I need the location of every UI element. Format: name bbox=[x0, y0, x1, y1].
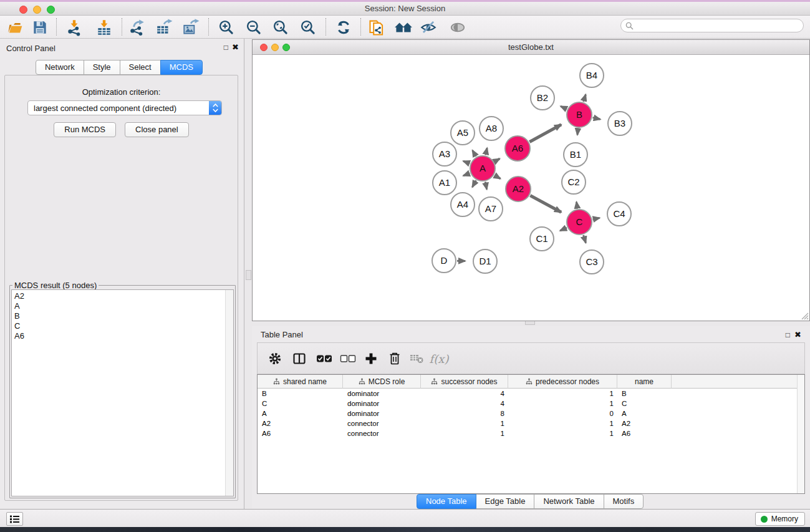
export-image-icon[interactable] bbox=[181, 17, 201, 37]
table-row[interactable]: A2connector11A2 bbox=[258, 418, 804, 428]
node-B[interactable]: B bbox=[567, 102, 592, 127]
function-builder-icon[interactable]: f(x) bbox=[430, 349, 448, 368]
node-B2[interactable]: B2 bbox=[531, 86, 554, 110]
node-A4[interactable]: A4 bbox=[451, 193, 475, 216]
export-network-icon[interactable] bbox=[127, 17, 147, 37]
node-C3[interactable]: C3 bbox=[580, 250, 604, 274]
close-panel-icon[interactable]: ✖ bbox=[232, 42, 239, 52]
node-C1[interactable]: C1 bbox=[530, 227, 554, 251]
clone-network-icon[interactable] bbox=[367, 17, 387, 37]
table-row[interactable]: A6connector11A6 bbox=[258, 428, 804, 438]
edge-A-A6[interactable] bbox=[494, 158, 499, 162]
hide-graphics-details-icon[interactable] bbox=[418, 17, 438, 37]
node-A2[interactable]: A2 bbox=[506, 177, 531, 201]
open-session-icon[interactable] bbox=[5, 17, 25, 37]
search-input[interactable] bbox=[620, 19, 804, 32]
node-C4[interactable]: C4 bbox=[607, 202, 631, 226]
node-A[interactable]: A bbox=[470, 156, 495, 181]
tab-select[interactable]: Select bbox=[120, 60, 161, 75]
import-network-icon[interactable] bbox=[64, 17, 84, 37]
float-panel-icon[interactable]: □ bbox=[224, 43, 228, 52]
table-float-panel-icon[interactable]: □ bbox=[786, 331, 790, 339]
deselect-all-checkboxes-icon[interactable] bbox=[339, 349, 357, 368]
edge-A-A3[interactable] bbox=[463, 161, 470, 163]
mcds-result-list[interactable]: A2ABCA6 bbox=[11, 289, 234, 496]
select-all-checkboxes-icon[interactable] bbox=[315, 349, 334, 368]
edge-C-C2[interactable] bbox=[576, 202, 577, 209]
tab-node-table[interactable]: Node Table bbox=[417, 494, 476, 509]
mcds-result-item[interactable]: C bbox=[12, 321, 233, 331]
tab-style[interactable]: Style bbox=[84, 60, 120, 75]
column-header-predecessor-nodes[interactable]: predecessor nodes bbox=[508, 375, 617, 389]
mcds-result-item[interactable]: A bbox=[12, 301, 233, 311]
save-session-icon[interactable] bbox=[30, 17, 50, 37]
close-panel-button[interactable]: Close panel bbox=[125, 122, 189, 137]
settings-gear-icon[interactable] bbox=[266, 349, 284, 368]
edge-B-B1[interactable] bbox=[577, 128, 578, 135]
zoom-fit-icon[interactable] bbox=[271, 17, 291, 37]
table-row[interactable]: Cdominator41C bbox=[258, 399, 804, 409]
node-A8[interactable]: A8 bbox=[480, 117, 503, 140]
table-row[interactable]: Adominator80A bbox=[258, 409, 804, 418]
tab-network[interactable]: Network bbox=[36, 60, 84, 75]
column-header-name[interactable]: name bbox=[617, 375, 672, 389]
tab-mcds[interactable]: MCDS bbox=[160, 60, 203, 75]
window-resize-grip[interactable] bbox=[800, 311, 809, 320]
column-header-shared-name[interactable]: shared name bbox=[258, 375, 343, 389]
mcds-result-item[interactable]: B bbox=[12, 311, 233, 321]
edge-B-B2[interactable] bbox=[561, 106, 567, 109]
column-view-icon[interactable] bbox=[290, 349, 309, 368]
node-A7[interactable]: A7 bbox=[479, 197, 503, 221]
edge-A-A7[interactable] bbox=[485, 182, 486, 190]
node-C[interactable]: C bbox=[567, 210, 592, 235]
table-scrollbar[interactable] bbox=[797, 375, 804, 493]
add-column-icon[interactable] bbox=[362, 349, 380, 368]
network-canvas[interactable]: B4B2BB3A8A5A6A3B1AA1C2A2A4A7C4CC1DD1C3 bbox=[253, 55, 809, 321]
node-B4[interactable]: B4 bbox=[580, 64, 604, 87]
vertical-split-divider[interactable] bbox=[246, 270, 251, 280]
zoom-selected-icon[interactable] bbox=[298, 17, 318, 37]
run-mcds-button[interactable]: Run MCDS bbox=[54, 122, 116, 137]
node-A6[interactable]: A6 bbox=[505, 136, 530, 161]
edge-A2-C[interactable] bbox=[530, 195, 561, 212]
export-table-icon[interactable] bbox=[154, 17, 174, 37]
refresh-icon[interactable] bbox=[334, 17, 354, 37]
task-history-button[interactable] bbox=[6, 512, 23, 526]
edge-B-B4[interactable] bbox=[584, 94, 586, 102]
node-B3[interactable]: B3 bbox=[608, 112, 632, 135]
import-table-icon[interactable] bbox=[94, 17, 114, 37]
node-A5[interactable]: A5 bbox=[451, 121, 475, 145]
mcds-result-item[interactable]: A6 bbox=[12, 331, 233, 341]
tab-network-table[interactable]: Network Table bbox=[534, 494, 604, 509]
node-table[interactable]: shared nameMCDS rolesuccessor nodesprede… bbox=[257, 374, 805, 494]
node-C2[interactable]: C2 bbox=[562, 170, 586, 194]
mcds-result-item[interactable]: A2 bbox=[12, 291, 233, 301]
tab-motifs[interactable]: Motifs bbox=[604, 494, 644, 509]
table-row[interactable]: Bdominator41B bbox=[258, 389, 804, 399]
show-graphics-details-icon[interactable] bbox=[448, 17, 468, 37]
table-close-panel-icon[interactable]: ✖ bbox=[794, 330, 801, 339]
node-A3[interactable]: A3 bbox=[433, 142, 456, 166]
mcds-result-scrollbar[interactable] bbox=[225, 290, 233, 496]
zoom-out-icon[interactable] bbox=[244, 17, 264, 37]
criterion-select[interactable]: largest connected component (directed) bbox=[27, 100, 222, 115]
edge-A-A2[interactable] bbox=[494, 175, 500, 178]
edge-B-B3[interactable] bbox=[593, 118, 600, 120]
column-header-successor-nodes[interactable]: successor nodes bbox=[421, 375, 508, 389]
edge-A-A1[interactable] bbox=[463, 173, 470, 176]
node-B1[interactable]: B1 bbox=[564, 143, 587, 167]
node-D[interactable]: D bbox=[432, 249, 456, 273]
delete-column-icon[interactable] bbox=[385, 349, 404, 368]
edge-A-A5[interactable] bbox=[473, 150, 476, 157]
tab-edge-table[interactable]: Edge Table bbox=[476, 494, 535, 509]
edge-A-A4[interactable] bbox=[472, 180, 476, 187]
network-graph[interactable]: B4B2BB3A8A5A6A3B1AA1C2A2A4A7C4CC1DD1C3 bbox=[253, 55, 809, 321]
memory-button[interactable]: Memory bbox=[755, 512, 805, 526]
edge-A6-B[interactable] bbox=[529, 125, 561, 142]
edge-C-C3[interactable] bbox=[584, 235, 586, 243]
edge-C-C1[interactable] bbox=[560, 228, 567, 231]
delete-table-icon[interactable] bbox=[407, 349, 426, 368]
column-header-mcds-role[interactable]: MCDS role bbox=[343, 375, 421, 389]
node-D1[interactable]: D1 bbox=[473, 249, 497, 273]
home-view-icon[interactable] bbox=[393, 17, 413, 37]
